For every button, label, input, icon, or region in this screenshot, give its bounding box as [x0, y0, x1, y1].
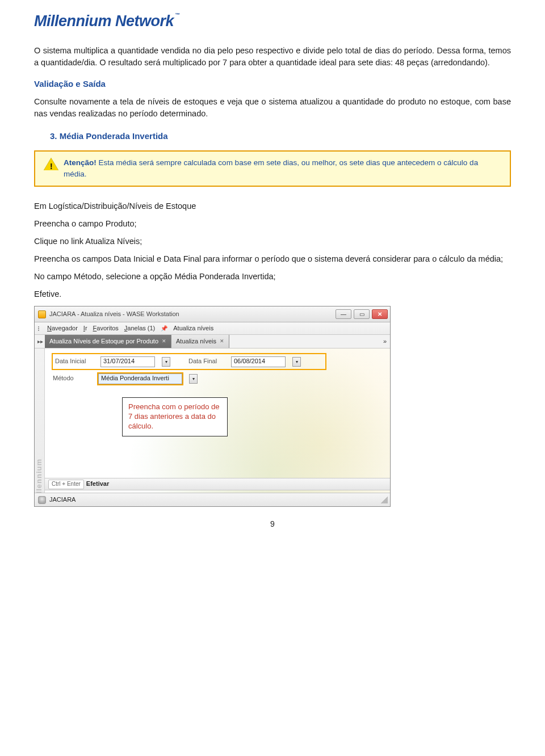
tabbar-expand-icon[interactable]: ▸▸ [36, 335, 45, 348]
input-value: 06/08/2014 [234, 357, 283, 366]
brand-logo-text: Millennium Network™ [34, 10, 179, 32]
app-window: JACIARA - Atualiza níveis - WASE Worksta… [34, 306, 391, 507]
brand-logo: Millennium Network™ [34, 10, 511, 32]
tab-overflow-icon[interactable]: » [380, 335, 390, 348]
warning-text: Atenção! Esta média será sempre calculad… [64, 157, 502, 180]
minimize-button[interactable]: — [336, 309, 351, 319]
shortcut-badge: Ctrl + Enter [48, 480, 84, 489]
app-icon [38, 310, 46, 318]
label-data-final: Data Final [188, 357, 225, 366]
close-button[interactable]: ✕ [372, 309, 388, 319]
callout-note: Preencha com o período de 7 dias anterio… [122, 397, 228, 436]
window-title: JACIARA - Atualiza níveis - WASE Worksta… [49, 310, 336, 319]
menu-favoritos[interactable]: Favoritos [93, 324, 119, 333]
heading-media-ponderada-invertida: 3. Média Ponderada Invertida [50, 130, 511, 142]
input-data-final[interactable]: 06/08/2014 [231, 356, 286, 367]
label-metodo: Método [53, 374, 93, 383]
date-row-highlight: Data Inicial 31/07/2014 ▾ Data Final 06/… [53, 354, 325, 369]
pin-icon[interactable]: 📌 [161, 325, 167, 332]
dropdown-button[interactable]: ▾ [189, 374, 198, 384]
tabbar: ▸▸ Atualiza Níveis de Estoque por Produt… [35, 335, 390, 348]
statusbar: JACIARA [35, 493, 390, 506]
step-4: Preencha os campos Data Inicial e Data F… [34, 253, 511, 265]
efetivar-button[interactable]: Efetivar [86, 480, 109, 489]
breadcrumb: Atualiza níveis [173, 324, 213, 333]
warning-box: ! Atenção! Esta média será sempre calcul… [34, 150, 511, 187]
section-validacao-body: Consulte novamente a tela de níveis de e… [34, 96, 511, 120]
warning-icon: ! [43, 157, 59, 173]
tab-label: Atualiza Níveis de Estoque por Produto [49, 337, 158, 346]
page-number: 9 [34, 518, 511, 530]
input-value: Média Ponderada Inverti [101, 374, 179, 383]
label-data-inicial: Data Inicial [55, 357, 95, 366]
step-2: Preencha o campo Produto; [34, 218, 511, 230]
step-6: Efetive. [34, 288, 511, 300]
tab-atualiza-niveis[interactable]: Atualiza níveis ✕ [171, 335, 229, 348]
titlebar: JACIARA - Atualiza níveis - WASE Worksta… [35, 306, 390, 322]
input-metodo[interactable]: Média Ponderada Inverti [98, 373, 182, 384]
menu-navegador[interactable]: Navegador [47, 324, 78, 333]
maximize-button[interactable]: ▭ [354, 309, 370, 319]
dropdown-button[interactable]: ▾ [162, 357, 170, 367]
input-value: 31/07/2014 [103, 357, 152, 366]
toolbar-grip-icon [38, 326, 39, 331]
input-data-inicial[interactable]: 31/07/2014 [100, 356, 155, 367]
section-validacao-title: Validação e Saída [34, 78, 511, 90]
tab-close-icon[interactable]: ✕ [162, 338, 166, 345]
action-bar: Ctrl + Enter Efetivar [45, 478, 390, 490]
dropdown-button[interactable]: ▾ [292, 357, 301, 367]
intro-paragraph: O sistema multiplica a quantidade vendid… [34, 45, 511, 69]
step-3: Clique no link Atualiza Níveis; [34, 236, 511, 247]
tab-atualiza-niveis-produto[interactable]: Atualiza Níveis de Estoque por Produto ✕ [45, 335, 171, 348]
resize-grip-icon[interactable] [381, 497, 388, 503]
menubar: Navegador Ir Favoritos Janelas (1) 📌 Atu… [35, 322, 390, 335]
menu-ir[interactable]: Ir [83, 324, 87, 333]
step-1: Em Logística/Distribuição/Níveis de Esto… [34, 200, 511, 212]
status-user: JACIARA [49, 495, 76, 505]
workarea: Millennium Data Inicial 31/07/2014 ▾ Dat… [35, 348, 390, 506]
menu-janelas[interactable]: Janelas (1) [124, 324, 155, 333]
tab-close-icon[interactable]: ✕ [220, 338, 224, 345]
user-icon [38, 496, 46, 504]
steps-block: Em Logística/Distribuição/Níveis de Esto… [34, 200, 511, 300]
tab-label: Atualiza níveis [176, 337, 216, 346]
step-5: No campo Método, selecione a opção Média… [34, 271, 511, 283]
left-rail[interactable]: Millennium [35, 348, 45, 506]
